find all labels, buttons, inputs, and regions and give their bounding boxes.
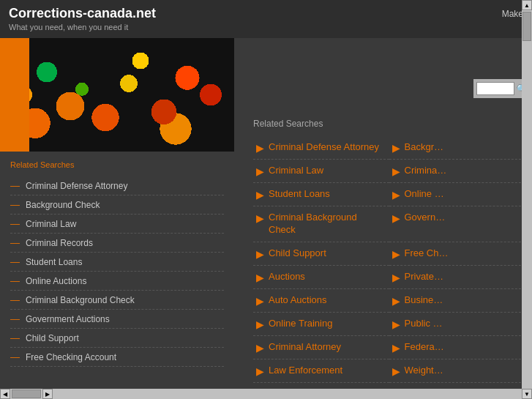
main-link-text: Backgr… [405,141,443,154]
main-arrow-icon: ▶ [392,295,400,307]
main-panel: Related Searches ▶Criminal Defense Attor… [246,111,532,399]
main-arrow-icon: ▶ [392,272,400,283]
left-arrow-icon: — [10,313,20,324]
main-link-item[interactable]: ▶Student Loans [253,183,389,206]
main-arrow-icon: ▶ [392,248,400,260]
main-link-item[interactable]: ▶Auto Auctions [253,289,389,313]
main-link-text: Public … [405,318,443,330]
main-link-text: Auctions [269,271,305,283]
left-links-list: —Criminal Defense Attorney—Background Ch… [10,176,224,367]
bottom-scrollbar: ◀ ▶ [0,389,522,399]
main-link-item[interactable]: ▶Backgr… [389,136,525,160]
main-links-grid: ▶Criminal Defense Attorney▶Backgr…▶Crimi… [253,136,525,383]
main-link-text: Criminal Defense Attorney [269,141,379,154]
main-link-text: Private… [405,271,443,283]
left-arrow-icon: — [10,275,20,286]
main-related-searches-label: Related Searches [253,119,525,129]
main-link-text: Law Enforcement [269,365,342,377]
left-link-item[interactable]: —Child Support [10,329,224,348]
main-link-text: Criminal Attorney [269,341,341,354]
main-arrow-icon: ▶ [256,165,264,177]
left-link-item[interactable]: —Criminal Defense Attorney [10,176,224,195]
search-input[interactable] [476,82,514,95]
left-link-text: Free Checking Account [26,352,116,362]
left-link-text: Criminal Background Check [26,295,135,305]
main-link-text: Child Support [269,247,326,260]
left-related-searches-label: Related Searches [10,160,224,169]
scroll-left-button[interactable]: ◀ [0,389,10,399]
main-link-item[interactable]: ▶Free Ch… [389,242,525,266]
left-arrow-icon: — [10,199,20,210]
right-scrollbar: ▲ ▼ [522,0,532,399]
left-link-item[interactable]: —Student Loans [10,253,224,272]
left-link-text: Student Loans [26,257,82,267]
main-link-item[interactable]: ▶Online Training [253,313,389,336]
main-link-item[interactable]: ▶Law Enforcement [253,359,389,383]
h-scroll-thumb[interactable] [12,389,41,398]
main-link-item[interactable]: ▶Weight… [389,359,525,383]
left-link-item[interactable]: —Free Checking Account [10,348,224,367]
main-arrow-icon: ▶ [392,342,400,354]
left-link-item[interactable]: —Criminal Law [10,215,224,234]
orange-bar [0,38,29,152]
main-arrow-icon: ▶ [392,165,400,177]
left-arrow-icon: — [10,332,20,343]
main-arrow-icon: ▶ [392,318,400,330]
scroll-thumb[interactable] [522,12,531,41]
left-link-text: Child Support [26,333,79,343]
main-arrow-icon: ▶ [256,272,264,283]
site-title: Corrections-canada.net [9,6,156,21]
main-arrow-icon: ▶ [392,142,400,154]
main-arrow-icon: ▶ [256,318,264,330]
main-arrow-icon: ▶ [392,365,400,377]
main-link-item[interactable]: ▶Online … [389,183,525,206]
left-link-item[interactable]: —Criminal Records [10,234,224,253]
main-arrow-icon: ▶ [392,189,400,201]
main-arrow-icon: ▶ [256,189,264,201]
main-link-text: Criminal Background Check [269,212,386,236]
left-link-item[interactable]: —Government Auctions [10,310,224,329]
site-tagline: What you need, when you need it [9,23,156,31]
top-bar: Corrections-canada.net What you need, wh… [0,0,532,38]
main-arrow-icon: ▶ [256,212,264,224]
left-link-item[interactable]: —Criminal Background Check [10,291,224,310]
main-link-item[interactable]: ▶Criminal Background Check [253,206,389,242]
scroll-up-button[interactable]: ▲ [522,0,532,10]
main-link-item[interactable]: ▶Criminal Law [253,160,389,183]
main-arrow-icon: ▶ [256,142,264,154]
main-link-text: Online … [405,188,444,201]
left-arrow-icon: — [10,294,20,305]
main-link-item[interactable]: ▶Public … [389,313,525,336]
left-link-item[interactable]: —Background Check [10,195,224,215]
main-arrow-icon: ▶ [256,365,264,377]
left-arrow-icon: — [10,180,20,191]
main-arrow-icon: ▶ [256,295,264,307]
main-link-text: Busine… [405,294,443,307]
make-link[interactable]: Make [502,9,523,19]
main-link-text: Online Training [269,318,332,330]
main-link-text: Free Ch… [405,247,449,260]
left-link-text: Criminal Records [26,238,93,248]
main-link-item[interactable]: ▶Crimina… [389,160,525,183]
main-link-text: Student Loans [269,188,330,201]
main-link-item[interactable]: ▶Auctions [253,266,389,289]
main-link-item[interactable]: ▶Private… [389,266,525,289]
scroll-down-button[interactable]: ▼ [522,389,532,399]
main-link-item[interactable]: ▶Federa… [389,336,525,359]
left-link-text: Government Auctions [26,314,110,324]
left-arrow-icon: — [10,218,20,229]
left-link-text: Background Check [26,200,100,210]
main-link-item[interactable]: ▶Criminal Attorney [253,336,389,359]
main-link-item[interactable]: ▶Child Support [253,242,389,266]
left-link-item[interactable]: —Online Auctions [10,272,224,291]
left-sidebar: Related Searches —Criminal Defense Attor… [0,152,234,399]
main-link-item[interactable]: ▶Busine… [389,289,525,313]
main-link-text: Weight… [405,365,443,377]
left-link-text: Online Auctions [26,276,86,286]
main-link-item[interactable]: ▶Criminal Defense Attorney [253,136,389,160]
main-link-item[interactable]: ▶Govern… [389,206,525,242]
main-link-text: Federa… [405,341,444,354]
scroll-right-button[interactable]: ▶ [42,389,53,399]
main-arrow-icon: ▶ [256,342,264,354]
main-link-text: Auto Auctions [269,294,327,307]
